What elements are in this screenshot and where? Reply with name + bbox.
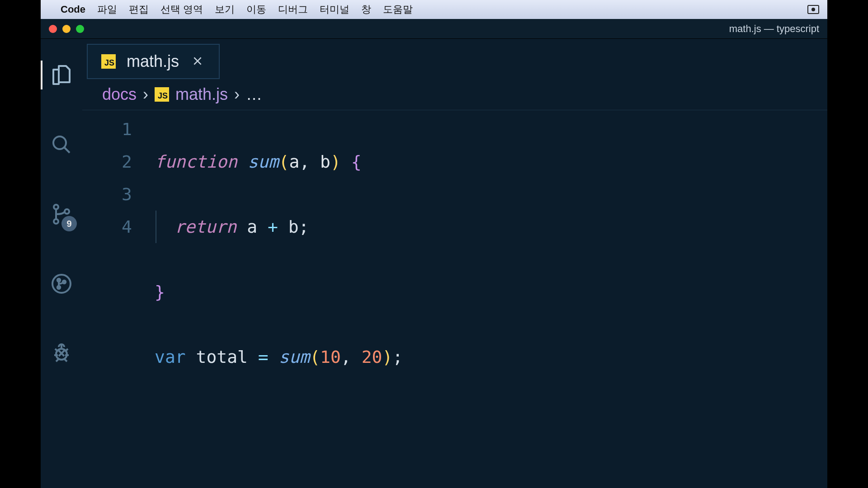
menubar-app-name[interactable]: Code [61,4,85,15]
svg-point-0 [53,136,66,149]
svg-point-6 [57,286,60,289]
chevron-right-icon: › [143,85,148,104]
close-window-button[interactable] [49,25,57,33]
line-number: 3 [82,178,137,211]
js-file-icon: JS [155,87,169,102]
traffic-lights [49,25,84,33]
files-icon [51,64,72,86]
code-editor[interactable]: 1 2 3 4 function sum(a, b) { return a + … [82,110,827,488]
git-branch-circle-icon [51,273,72,295]
breadcrumb-folder[interactable]: docs [102,85,137,104]
svg-point-5 [57,279,60,282]
menu-window[interactable]: 창 [361,3,371,16]
minimize-window-button[interactable] [62,25,71,33]
js-file-icon: JS [101,54,116,69]
menu-debug[interactable]: 디버그 [278,3,308,16]
menu-file[interactable]: 파일 [97,3,117,16]
search-button[interactable] [47,130,76,159]
bug-icon [51,343,72,364]
line-number-gutter: 1 2 3 4 [82,113,155,488]
editor-tab[interactable]: JS math.js [87,44,220,79]
svg-point-3 [65,209,69,214]
zoom-window-button[interactable] [76,25,84,33]
screen-record-icon[interactable] [807,5,819,14]
gitlens-button[interactable] [47,269,76,298]
explorer-button[interactable] [47,61,76,89]
mac-menubar: Code 파일 편집 선택 영역 보기 이동 디버그 터미널 창 도움말 [41,0,827,19]
breadcrumb[interactable]: docs › JS math.js › … [82,79,827,110]
tab-filename: math.js [127,52,179,71]
chevron-right-icon: › [234,85,240,104]
menu-view[interactable]: 보기 [215,3,235,16]
menu-selection[interactable]: 선택 영역 [160,3,203,16]
tabs-row: JS math.js [82,39,827,79]
debug-button[interactable] [47,339,76,368]
scm-badge: 9 [61,216,77,231]
window-titlebar: math.js — typescript [41,19,827,39]
menu-edit[interactable]: 편집 [129,3,149,16]
svg-point-2 [54,219,58,224]
svg-point-1 [54,205,58,209]
close-tab-button[interactable] [190,53,205,70]
activity-bar: 9 [41,39,82,488]
line-number: 2 [82,145,137,178]
breadcrumb-symbol[interactable]: … [246,85,262,104]
line-number: 4 [82,211,137,243]
window-title: math.js — typescript [729,23,819,35]
search-icon [51,134,72,155]
close-icon [192,55,203,67]
source-control-button[interactable]: 9 [47,200,76,229]
menu-terminal[interactable]: 터미널 [320,3,349,16]
breadcrumb-file[interactable]: math.js [175,85,228,104]
line-number: 1 [82,113,137,145]
menu-go[interactable]: 이동 [246,3,266,16]
code-content[interactable]: function sum(a, b) { return a + b; } var… [155,113,827,488]
menu-help[interactable]: 도움말 [383,3,413,16]
